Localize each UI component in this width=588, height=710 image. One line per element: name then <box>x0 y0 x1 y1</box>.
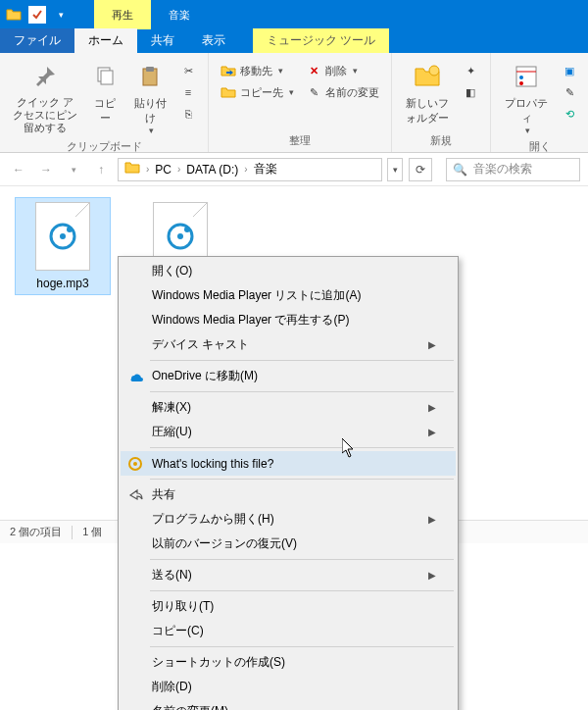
group-label-clipboard: クリップボード <box>67 139 142 156</box>
svg-rect-3 <box>146 67 154 72</box>
menu-item-label: OneDrive に移動(M) <box>152 368 258 384</box>
menu-item[interactable]: コピー(C) <box>121 619 456 643</box>
copy-to-button[interactable]: コピー先 ▾ <box>217 82 298 102</box>
chevron-down-icon: ▾ <box>278 66 283 76</box>
refresh-button[interactable]: ⟳ <box>409 158 432 181</box>
qat-checkbox-icon[interactable] <box>27 5 47 25</box>
menu-item[interactable]: 共有 <box>121 482 456 507</box>
properties-icon <box>511 61 542 92</box>
pin-label: クイック アクセスにピン留めする <box>12 96 78 135</box>
nav-forward-button[interactable]: → <box>35 159 57 180</box>
clipboard-small-buttons: ✂ ≡ ⎘ <box>174 57 202 127</box>
menu-item[interactable]: OneDrive に移動(M) <box>121 364 456 388</box>
copy-path-button[interactable]: ≡ <box>176 82 200 102</box>
tab-view[interactable]: 表示 <box>188 28 239 53</box>
file-item[interactable]: hoge.mp3 <box>16 198 110 294</box>
rename-button[interactable]: ✎ 名前の変更 <box>302 82 383 102</box>
menu-item-label: Windows Media Player リストに追加(A) <box>152 287 361 304</box>
svg-point-7 <box>519 81 523 85</box>
properties-button[interactable]: プロパティ ▾ <box>497 57 556 139</box>
move-to-button[interactable]: 移動先 ▾ <box>217 61 298 80</box>
copy-button[interactable]: コピー <box>84 57 125 129</box>
cut-button[interactable]: ✂ <box>176 61 200 80</box>
rename-icon: ✎ <box>306 84 321 100</box>
menu-item-label: 圧縮(U) <box>152 424 192 440</box>
menu-item-label: 送る(N) <box>152 567 192 583</box>
menu-item[interactable]: 圧縮(U)▶ <box>121 420 456 444</box>
menu-item[interactable]: 開く(O) <box>121 259 456 283</box>
edit-button[interactable]: ✎ <box>558 82 581 102</box>
chevron-down-icon: ▾ <box>289 87 294 97</box>
easy-access-button[interactable]: ◧ <box>459 82 482 102</box>
folder-icon <box>4 5 24 25</box>
qat-dropdown-icon[interactable]: ▾ <box>51 5 71 25</box>
menu-item[interactable]: 送る(N)▶ <box>121 563 456 587</box>
new-folder-label: 新しいフォルダー <box>404 96 451 126</box>
open-icon: ▣ <box>562 63 577 78</box>
history-icon: ⟲ <box>562 106 577 122</box>
menu-item[interactable]: 解凍(X)▶ <box>121 395 456 420</box>
menu-item-label: プログラムから開く(H) <box>152 511 274 528</box>
group-open: プロパティ ▾ ▣ ✎ ⟲ 開く <box>491 53 588 152</box>
delete-icon: ✕ <box>306 63 321 78</box>
menu-item-label: Windows Media Player で再生する(P) <box>152 312 349 329</box>
crumb-folder[interactable]: 音楽 <box>254 161 277 178</box>
svg-point-9 <box>60 233 66 239</box>
group-clipboard: クイック アクセスにピン留めする コピー 貼り付け ▾ ✂ <box>0 53 209 152</box>
menu-item[interactable]: 名前の変更(M) <box>121 699 456 710</box>
tab-music-tools[interactable]: ミュージック ツール <box>253 28 389 53</box>
paste-shortcut-button[interactable]: ⎘ <box>176 104 200 124</box>
group-label-open: 開く <box>529 139 551 156</box>
menu-item[interactable]: デバイス キャスト▶ <box>121 332 456 357</box>
nav-recent-dropdown[interactable]: ▾ <box>63 159 84 180</box>
menu-item-label: 削除(D) <box>152 679 192 695</box>
tab-share[interactable]: 共有 <box>137 28 188 53</box>
scissors-icon: ✂ <box>180 63 196 78</box>
copy-icon <box>89 61 121 92</box>
menu-item[interactable]: プログラムから開く(H)▶ <box>121 507 456 532</box>
move-to-label: 移動先 <box>240 64 272 78</box>
chevron-right-icon: › <box>146 164 149 175</box>
crumb-pc[interactable]: PC <box>155 163 172 177</box>
tab-home[interactable]: ホーム <box>74 28 137 53</box>
titlebar: ▾ 再生 音楽 <box>0 0 588 29</box>
tab-file[interactable]: ファイル <box>0 28 74 53</box>
breadcrumb[interactable]: › PC › DATA (D:) › 音楽 <box>118 158 382 181</box>
context-menu: 開く(O)Windows Media Player リストに追加(A)Windo… <box>118 256 459 710</box>
contextual-tab-play[interactable]: 再生 <box>94 0 151 29</box>
search-placeholder: 音楽の検索 <box>473 161 532 178</box>
menu-item[interactable]: Windows Media Player で再生する(P) <box>121 308 456 332</box>
search-input[interactable]: 🔍 音楽の検索 <box>446 158 580 181</box>
submenu-arrow-icon: ▶ <box>428 339 436 350</box>
menu-item[interactable]: 以前のバージョンの復元(V) <box>121 532 456 556</box>
pin-quick-access-button[interactable]: クイック アクセスにピン留めする <box>6 57 84 139</box>
menu-item[interactable]: 削除(D) <box>121 675 456 699</box>
new-folder-button[interactable]: 新しいフォルダー <box>398 57 457 129</box>
menu-separator <box>150 447 454 448</box>
copy-label: コピー <box>90 96 120 126</box>
paste-icon <box>134 61 166 92</box>
nav-up-button[interactable]: ↑ <box>90 159 112 180</box>
open-button[interactable]: ▣ <box>558 61 581 80</box>
new-item-button[interactable]: ✦ <box>459 61 482 80</box>
svg-point-15 <box>133 462 137 466</box>
menu-item-label: 以前のバージョンの復元(V) <box>152 535 297 552</box>
ribbon: クイック アクセスにピン留めする コピー 貼り付け ▾ ✂ <box>0 53 588 153</box>
paste-button[interactable]: 貼り付け ▾ <box>125 57 174 139</box>
submenu-arrow-icon: ▶ <box>428 427 436 437</box>
rename-label: 名前の変更 <box>325 85 379 100</box>
menu-item[interactable]: ショートカットの作成(S) <box>121 650 456 675</box>
history-button[interactable]: ⟲ <box>558 104 581 124</box>
move-to-icon <box>220 63 236 78</box>
status-separator <box>72 526 73 539</box>
menu-item[interactable]: What's locking this file? <box>121 451 456 476</box>
delete-button[interactable]: ✕ 削除 ▾ <box>302 61 383 80</box>
menu-item-label: デバイス キャスト <box>152 336 249 353</box>
nav-back-button[interactable]: ← <box>8 159 29 180</box>
chevron-down-icon: ▾ <box>149 126 154 135</box>
breadcrumb-dropdown[interactable]: ▾ <box>387 158 403 181</box>
menu-item[interactable]: 切り取り(T) <box>121 594 456 619</box>
crumb-drive[interactable]: DATA (D:) <box>186 163 238 177</box>
chevron-right-icon: › <box>177 164 180 175</box>
menu-item[interactable]: Windows Media Player リストに追加(A) <box>121 283 456 308</box>
